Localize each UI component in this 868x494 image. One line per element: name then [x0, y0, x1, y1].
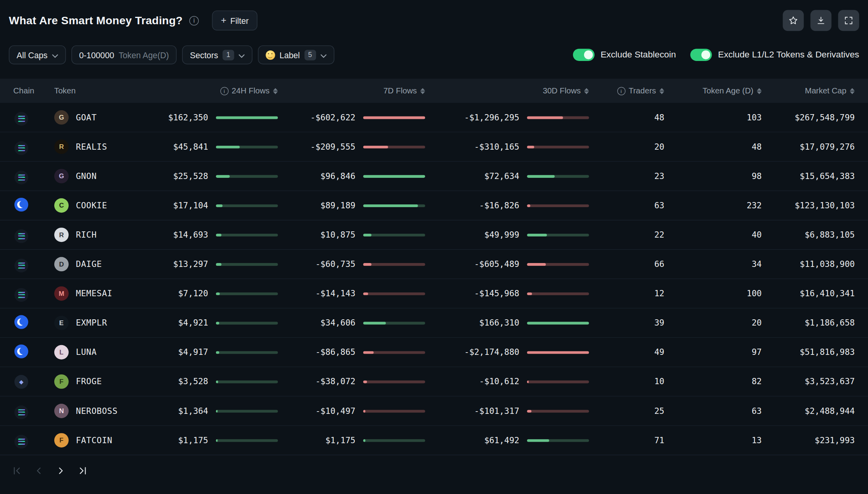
token-name: EXMPLR	[76, 318, 107, 328]
download-icon	[816, 16, 826, 26]
chain-cell	[13, 168, 54, 184]
token-age-value: 103	[664, 113, 762, 123]
column-header-token-age[interactable]: Token Age (D)	[664, 86, 762, 95]
column-header-market-cap[interactable]: Market Cap	[762, 86, 855, 95]
token-age-value: 82	[664, 377, 762, 387]
table-row[interactable]: R REALIS $45,841 -$209,555 -$310,165 20 …	[0, 132, 868, 162]
token-cell[interactable]: D DAIGE	[54, 257, 143, 272]
column-header-7d-flows[interactable]: 7D Flows	[278, 86, 425, 95]
column-header-24h-flows[interactable]: i 24H Flows	[143, 86, 278, 95]
token-cell[interactable]: C COOKIE	[54, 198, 143, 213]
market-cap-value: $17,079,276	[762, 142, 855, 152]
flow-24h: $4,921	[143, 318, 278, 328]
sort-icon[interactable]	[757, 88, 762, 94]
chain-icon	[14, 197, 28, 211]
pagination	[0, 455, 868, 486]
flow-24h-bar	[216, 204, 278, 207]
flow-30d-bar	[527, 380, 589, 383]
table-row[interactable]: R RICH $14,693 $10,875 $49,999 22 40 $6,…	[0, 220, 868, 250]
token-cell[interactable]: L LUNA	[54, 345, 143, 360]
token-cell[interactable]: F FROGE	[54, 374, 143, 389]
info-icon[interactable]: i	[220, 87, 228, 95]
flow-7d-bar	[363, 410, 425, 412]
sort-icon[interactable]	[659, 88, 664, 94]
flow-30d-value: -$605,489	[425, 259, 519, 269]
flow-30d-value: $61,492	[425, 435, 519, 446]
sort-icon[interactable]	[273, 88, 278, 94]
sort-icon[interactable]	[420, 88, 425, 94]
next-page-icon	[55, 465, 66, 476]
sectors-dropdown[interactable]: Sectors 1	[182, 45, 252, 64]
table-row[interactable]: F FROGE $3,528 -$38,072 -$10,612 10 82 $…	[0, 367, 868, 397]
label-count-badge: 5	[304, 50, 316, 60]
chain-cell	[13, 344, 54, 360]
flow-7d-value: -$60,735	[278, 259, 355, 269]
chain-cell	[13, 256, 54, 272]
filter-button-label: Filter	[230, 16, 248, 25]
flow-24h: $25,528	[143, 171, 278, 181]
token-cell[interactable]: R RICH	[54, 227, 143, 242]
table-header: Chain Token i 24H Flows 7D Flows	[0, 79, 868, 103]
token-cell[interactable]: E EXMPLR	[54, 316, 143, 330]
table-row[interactable]: N NEROBOSS $1,364 -$10,497 -$101,317 25 …	[0, 397, 868, 426]
table-row[interactable]: C COOKIE $17,104 $89,189 -$16,826 63 232…	[0, 191, 868, 220]
traders-value: 23	[589, 171, 664, 181]
token-avatar: F	[54, 374, 69, 389]
table-row[interactable]: E EXMPLR $4,921 $34,606 $166,310 39 20 $…	[0, 308, 868, 338]
exclude-l1l2-toggle[interactable]	[690, 49, 712, 61]
flow-24h-bar	[216, 175, 278, 177]
fullscreen-button[interactable]	[838, 10, 859, 31]
flow-30d: $61,492	[425, 435, 589, 446]
next-page-button[interactable]	[54, 464, 68, 478]
token-cell[interactable]: G GOAT	[54, 110, 143, 125]
flow-7d: $1,175	[278, 435, 425, 446]
column-header-30d-flows[interactable]: 30D Flows	[425, 86, 589, 95]
title-info-icon[interactable]: i	[189, 16, 199, 25]
table-row[interactable]: M MEMESAI $7,120 -$14,143 -$145,968 12 1…	[0, 279, 868, 308]
table-row[interactable]: G GOAT $162,350 -$602,622 -$1,296,295 48…	[0, 103, 868, 132]
flow-24h-value: $14,693	[143, 230, 208, 240]
filter-button[interactable]: + Filter	[212, 11, 258, 30]
favorite-button[interactable]	[783, 10, 804, 31]
traders-value: 63	[589, 200, 664, 211]
info-icon[interactable]: i	[617, 87, 625, 95]
sort-icon[interactable]	[584, 88, 589, 94]
download-button[interactable]	[811, 10, 832, 31]
sectors-count-badge: 1	[223, 50, 234, 60]
column-header-traders[interactable]: i Traders	[589, 86, 664, 95]
token-avatar: R	[54, 140, 69, 154]
first-page-button[interactable]	[10, 464, 23, 478]
exclude-stablecoin-toggle[interactable]	[573, 49, 595, 61]
token-cell[interactable]: M MEMESAI	[54, 286, 143, 301]
sort-icon[interactable]	[850, 88, 855, 94]
token-cell[interactable]: G GNON	[54, 169, 143, 183]
chain-icon	[14, 141, 28, 155]
token-name: DAIGE	[76, 259, 102, 269]
flow-24h-bar	[216, 116, 278, 119]
previous-page-button[interactable]	[32, 464, 45, 478]
token-age-value: 40	[664, 230, 762, 240]
last-page-button[interactable]	[77, 464, 90, 478]
flow-7d: -$209,555	[278, 142, 425, 152]
flow-7d-value: $96,846	[278, 171, 355, 181]
all-caps-dropdown[interactable]: All Caps	[9, 45, 66, 64]
token-cell[interactable]: F FATCOIN	[54, 433, 143, 447]
chain-cell	[13, 285, 54, 302]
label-dropdown[interactable]: Label 5	[258, 45, 334, 64]
flow-30d-bar	[527, 439, 589, 442]
token-cell[interactable]: R REALIS	[54, 140, 143, 154]
market-cap-value: $2,488,944	[762, 406, 855, 416]
flow-30d: $166,310	[425, 318, 589, 328]
flow-30d-value: -$16,826	[425, 200, 519, 211]
table-row[interactable]: D DAIGE $13,297 -$60,735 -$605,489 66 34…	[0, 250, 868, 279]
market-cap-value: $1,186,658	[762, 318, 855, 328]
table-row[interactable]: F FATCOIN $1,175 $1,175 $61,492 71 13 $2…	[0, 426, 868, 455]
table-row[interactable]: L LUNA $4,917 -$86,865 -$2,174,880 49 97…	[0, 338, 868, 367]
sectors-label: Sectors	[190, 50, 218, 59]
token-age-filter[interactable]: 0-100000 Token Age(D)	[71, 45, 177, 64]
flow-7d-value: -$10,497	[278, 406, 355, 416]
table-row[interactable]: G GNON $25,528 $96,846 $72,634 23 98 $15…	[0, 162, 868, 191]
label-label: Label	[280, 50, 300, 59]
last-page-icon	[77, 465, 88, 476]
token-cell[interactable]: N NEROBOSS	[54, 404, 143, 418]
